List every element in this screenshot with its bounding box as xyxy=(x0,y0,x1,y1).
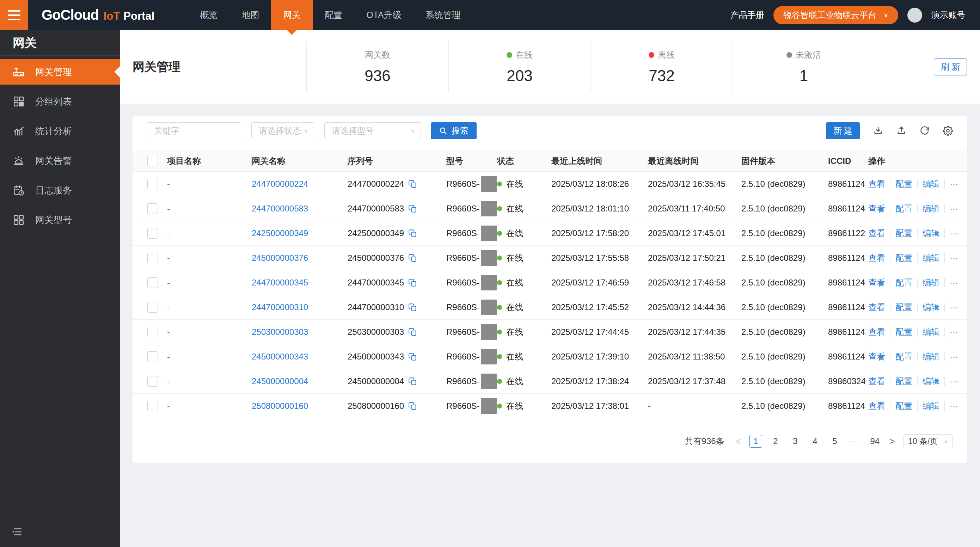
gateway-name-link[interactable]: 244700000310 xyxy=(252,302,308,312)
action-more[interactable]: ··· xyxy=(950,401,958,411)
model-select[interactable]: 请选择型号 ∨ xyxy=(324,122,421,139)
page-1-button[interactable]: 1 xyxy=(749,435,762,448)
gateway-name-link[interactable]: 250300000303 xyxy=(252,327,308,337)
refresh-icon[interactable] xyxy=(920,126,929,136)
row-checkbox[interactable] xyxy=(147,228,158,239)
action-view[interactable]: 查看 xyxy=(868,351,885,362)
copy-icon[interactable] xyxy=(408,180,417,189)
gateway-name-link[interactable]: 245000000376 xyxy=(252,253,308,263)
sidebar-item[interactable]: 统计分析 xyxy=(0,118,120,144)
action-view[interactable]: 查看 xyxy=(868,277,885,288)
action-edit[interactable]: 编辑 xyxy=(923,376,939,387)
gateway-name-link[interactable]: 244700000224 xyxy=(252,179,308,189)
action-config[interactable]: 配置 xyxy=(896,203,912,214)
page-94-button[interactable]: 94 xyxy=(869,435,881,448)
gateway-name-link[interactable]: 250800000160 xyxy=(252,401,308,411)
action-view[interactable]: 查看 xyxy=(868,203,885,214)
upload-icon[interactable] xyxy=(896,126,906,136)
action-view[interactable]: 查看 xyxy=(868,228,885,239)
pagination-ellipsis[interactable]: ··· xyxy=(848,435,862,448)
gateway-name-link[interactable]: 245000000004 xyxy=(252,377,308,386)
copy-icon[interactable] xyxy=(408,204,417,213)
sidebar-item[interactable]: 分组列表 xyxy=(0,89,120,114)
action-view[interactable]: 查看 xyxy=(868,401,885,412)
project-link[interactable]: - xyxy=(167,179,170,189)
action-edit[interactable]: 编辑 xyxy=(923,277,939,288)
top-nav-item[interactable]: OTA升级 xyxy=(354,0,414,30)
action-config[interactable]: 配置 xyxy=(896,178,912,189)
account-name[interactable]: 演示账号 xyxy=(931,10,965,21)
copy-icon[interactable] xyxy=(408,278,417,287)
page-size-select[interactable]: 10 条/页∨ xyxy=(904,434,953,448)
collapse-sidebar-icon[interactable] xyxy=(11,526,22,539)
action-edit[interactable]: 编辑 xyxy=(923,326,939,338)
action-edit[interactable]: 编辑 xyxy=(923,178,939,189)
download-icon[interactable] xyxy=(873,126,883,136)
row-checkbox[interactable] xyxy=(147,376,158,386)
keyword-input[interactable] xyxy=(146,122,241,139)
action-more[interactable]: ··· xyxy=(950,302,958,312)
action-edit[interactable]: 编辑 xyxy=(923,203,939,214)
action-edit[interactable]: 编辑 xyxy=(923,228,939,239)
product-manual-link[interactable]: 产品手册 xyxy=(730,10,764,21)
row-checkbox[interactable] xyxy=(147,179,158,189)
project-link[interactable]: - xyxy=(167,278,170,288)
platform-dropdown-button[interactable]: 锐谷智联工业物联云平台 ∨ xyxy=(773,6,898,24)
project-link[interactable]: - xyxy=(167,327,170,337)
page-2-button[interactable]: 2 xyxy=(769,435,782,448)
action-view[interactable]: 查看 xyxy=(868,302,885,313)
project-link[interactable]: - xyxy=(167,352,170,362)
gateway-name-link[interactable]: 242500000349 xyxy=(252,228,308,238)
row-checkbox[interactable] xyxy=(147,302,158,313)
page-5-button[interactable]: 5 xyxy=(829,435,841,448)
action-more[interactable]: ··· xyxy=(950,179,958,189)
prev-page-button[interactable]: < xyxy=(734,436,742,447)
row-checkbox[interactable] xyxy=(147,204,158,214)
action-view[interactable]: 查看 xyxy=(868,252,885,264)
page-4-button[interactable]: 4 xyxy=(809,435,821,448)
action-edit[interactable]: 编辑 xyxy=(923,351,939,362)
copy-icon[interactable] xyxy=(408,328,417,337)
copy-icon[interactable] xyxy=(408,303,417,312)
gateway-name-link[interactable]: 244700000345 xyxy=(252,278,308,288)
row-checkbox[interactable] xyxy=(147,277,158,288)
sidebar-item[interactable]: 网关告警 xyxy=(0,148,120,173)
action-view[interactable]: 查看 xyxy=(868,178,885,189)
row-checkbox[interactable] xyxy=(147,351,158,362)
gear-icon[interactable] xyxy=(943,126,953,136)
create-button[interactable]: 新 建 xyxy=(826,122,860,139)
action-config[interactable]: 配置 xyxy=(896,252,912,264)
top-nav-item[interactable]: 网关 xyxy=(271,0,313,30)
page-3-button[interactable]: 3 xyxy=(789,435,802,448)
action-edit[interactable]: 编辑 xyxy=(923,302,939,313)
row-checkbox[interactable] xyxy=(147,401,158,411)
sidebar-item[interactable]: 网关管理 xyxy=(0,59,120,84)
top-nav-item[interactable]: 地图 xyxy=(229,0,271,30)
row-checkbox[interactable] xyxy=(147,327,158,337)
project-link[interactable]: - xyxy=(167,377,170,386)
action-edit[interactable]: 编辑 xyxy=(923,252,939,264)
project-link[interactable]: - xyxy=(167,228,170,238)
action-view[interactable]: 查看 xyxy=(868,376,885,387)
top-nav-item[interactable]: 概览 xyxy=(188,0,229,30)
sidebar-item[interactable]: 日志服务 xyxy=(0,178,120,203)
action-more[interactable]: ··· xyxy=(950,278,958,288)
action-config[interactable]: 配置 xyxy=(896,228,912,239)
action-config[interactable]: 配置 xyxy=(896,326,912,338)
gateway-name-link[interactable]: 244700000583 xyxy=(252,204,308,213)
copy-icon[interactable] xyxy=(408,401,417,410)
copy-icon[interactable] xyxy=(408,352,417,361)
action-more[interactable]: ··· xyxy=(950,377,958,386)
copy-icon[interactable] xyxy=(408,377,417,386)
action-config[interactable]: 配置 xyxy=(896,302,912,313)
project-link[interactable]: - xyxy=(167,204,170,213)
action-more[interactable]: ··· xyxy=(950,228,958,238)
project-link[interactable]: - xyxy=(167,401,170,411)
action-more[interactable]: ··· xyxy=(950,352,958,362)
gateway-name-link[interactable]: 245000000343 xyxy=(252,352,308,362)
search-button[interactable]: 搜索 xyxy=(431,122,477,139)
action-config[interactable]: 配置 xyxy=(896,401,912,412)
row-checkbox[interactable] xyxy=(147,253,158,263)
action-config[interactable]: 配置 xyxy=(896,351,912,362)
action-edit[interactable]: 编辑 xyxy=(923,401,939,412)
